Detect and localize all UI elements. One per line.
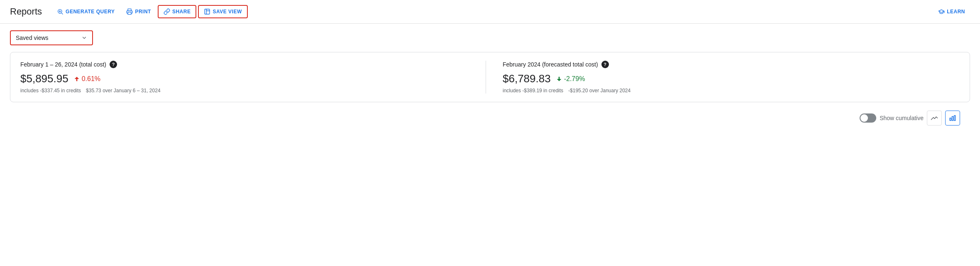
- page-title: Reports: [10, 6, 42, 17]
- learn-button[interactable]: LEARN: [933, 6, 970, 17]
- svg-rect-8: [952, 116, 953, 121]
- saved-views-dropdown[interactable]: Saved views: [10, 30, 93, 45]
- print-icon: [126, 8, 133, 15]
- bar-chart-button[interactable]: [945, 111, 960, 126]
- left-help-icon[interactable]: ?: [110, 61, 117, 68]
- up-arrow-icon: [73, 76, 80, 82]
- learn-label: LEARN: [947, 9, 965, 15]
- bar-chart-icon: [949, 114, 956, 122]
- search-icon: [57, 8, 64, 15]
- main-content: Saved views February 1 – 26, 2024 (total…: [0, 24, 980, 137]
- print-button[interactable]: PRINT: [121, 6, 156, 17]
- bottom-bar: Show cumulative: [10, 106, 970, 131]
- stat-left-credits: includes -$337.45 in credits: [20, 88, 81, 94]
- cumulative-toggle-label: Show cumulative: [880, 115, 924, 121]
- generate-query-button[interactable]: GENERATE QUERY: [52, 6, 120, 17]
- share-button[interactable]: SHARE: [158, 5, 197, 18]
- share-icon: [164, 8, 170, 15]
- print-label: PRINT: [135, 9, 151, 15]
- save-view-label: SAVE VIEW: [213, 9, 242, 15]
- saved-views-label: Saved views: [16, 34, 49, 41]
- save-view-button[interactable]: SAVE VIEW: [198, 5, 247, 18]
- chevron-down-icon: [81, 35, 87, 41]
- cumulative-toggle-wrapper: Show cumulative: [860, 113, 924, 123]
- stat-right-title: February 2024 (forecasted total cost): [503, 61, 598, 68]
- graduation-cap-icon: [938, 8, 945, 15]
- line-chart-button[interactable]: [927, 111, 942, 126]
- share-label: SHARE: [172, 9, 191, 15]
- stat-left-title-row: February 1 – 26, 2024 (total cost) ?: [20, 61, 477, 68]
- toolbar-actions: GENERATE QUERY PRINT SHARE SAVE VIEW: [52, 5, 930, 18]
- stat-right-credits: includes -$389.19 in credits: [503, 88, 563, 94]
- stat-left-title: February 1 – 26, 2024 (total cost): [20, 61, 106, 68]
- toggle-thumb: [860, 114, 868, 122]
- stat-right-change: -2.79%: [556, 75, 585, 83]
- saved-views-wrapper: Saved views: [10, 30, 970, 45]
- svg-line-1: [61, 13, 63, 14]
- save-icon: [204, 8, 210, 15]
- stat-right-change-detail: -$195.20 over January 2024: [568, 88, 631, 94]
- line-chart-icon: [931, 114, 938, 122]
- svg-rect-9: [954, 116, 956, 121]
- stat-left-change-detail: $35.73 over January 6 – 31, 2024: [86, 88, 160, 94]
- stat-left-amount-row: $5,895.95 0.61%: [20, 72, 477, 85]
- stats-card: February 1 – 26, 2024 (total cost) ? $5,…: [10, 52, 970, 102]
- stat-right-sub-row: includes -$389.19 in credits -$195.20 ov…: [503, 87, 960, 94]
- toolbar: Reports GENERATE QUERY PRINT SHARE: [0, 0, 980, 24]
- stat-group-right: February 2024 (forecasted total cost) ? …: [486, 61, 960, 94]
- svg-rect-5: [205, 9, 210, 14]
- stat-left-change: 0.61%: [73, 75, 100, 83]
- stat-right-amount: $6,789.83: [503, 72, 551, 85]
- cumulative-toggle[interactable]: [860, 113, 876, 123]
- down-arrow-icon: [556, 76, 562, 82]
- generate-query-label: GENERATE QUERY: [66, 9, 115, 15]
- stat-left-amount: $5,895.95: [20, 72, 68, 85]
- svg-rect-7: [950, 118, 951, 121]
- toggle-track-bg: [860, 113, 876, 123]
- svg-rect-4: [128, 12, 131, 14]
- stat-right-amount-row: $6,789.83 -2.79%: [503, 72, 960, 85]
- stat-group-left: February 1 – 26, 2024 (total cost) ? $5,…: [20, 61, 477, 94]
- right-help-icon[interactable]: ?: [601, 61, 609, 68]
- stat-left-sub-row: includes -$337.45 in credits $35.73 over…: [20, 87, 477, 94]
- stat-right-title-row: February 2024 (forecasted total cost) ?: [503, 61, 960, 68]
